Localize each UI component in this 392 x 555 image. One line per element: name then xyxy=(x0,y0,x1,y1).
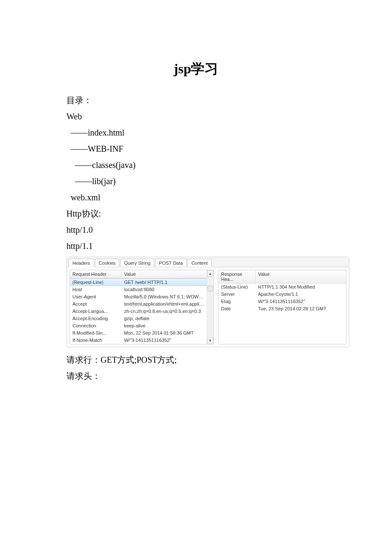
scroll-up-icon[interactable]: ▲ xyxy=(207,270,213,277)
cell-key: If-None-Match xyxy=(70,337,121,344)
table-row[interactable]: Accept text/html,application/xhtml+xml,a… xyxy=(70,301,213,308)
cell-value: text/html,application/xhtml+xml,applicat… xyxy=(121,301,213,307)
column-header[interactable]: Value xyxy=(256,270,346,283)
cell-value: keep-alive xyxy=(121,322,213,329)
table-row[interactable]: (Request-Line) GET /web/ HTTP/1.1 xyxy=(70,278,213,286)
column-header[interactable]: Request Header xyxy=(70,270,121,278)
cell-key: Accept-Encoding xyxy=(70,315,121,322)
table-row[interactable]: (Status-Line) HTTP/1.1 304 Not Modified xyxy=(219,283,346,291)
cell-key: (Request-Line) xyxy=(70,279,121,286)
scrollbar-vertical[interactable]: ▲ ▼ xyxy=(207,270,213,344)
cell-key: Server xyxy=(219,291,256,298)
table-row[interactable]: If-Modified-Sin... Mon, 22 Sep 2014 01:5… xyxy=(70,330,213,337)
outline-heading: 目录： xyxy=(66,92,349,108)
column-header[interactable]: Response Hea... xyxy=(219,270,256,283)
table-row[interactable]: If-None-Match W/"3-1411351116352" xyxy=(70,337,213,344)
cell-value: Mon, 22 Sep 2014 01:58:36 GMT xyxy=(121,330,213,336)
tab-post-data[interactable]: POST Data xyxy=(155,259,187,267)
cell-key: Connection xyxy=(70,322,121,329)
column-header[interactable]: Value xyxy=(121,270,213,278)
tab-query-string[interactable]: Query String xyxy=(120,259,154,267)
table-row[interactable]: User-Agent Mozilla/5.0 (Windows NT 6.1; … xyxy=(70,293,213,301)
cell-value: W/"3-1411351116352" xyxy=(256,298,346,305)
table-row[interactable]: Date Tue, 23 Sep 2014 02:28:12 GMT xyxy=(219,305,346,312)
cell-value: zh-cn,zh;q=0.8,en-us;q=0.5,en;q=0.3 xyxy=(121,308,213,315)
cell-key: Date xyxy=(219,305,256,312)
table-row[interactable]: Etag W/"3-1411351116352" xyxy=(219,298,346,305)
tab-headers[interactable]: Headers xyxy=(69,259,94,267)
cell-key: Accept xyxy=(70,301,121,307)
cell-value: gzip, deflate xyxy=(121,315,213,322)
table-header-row: Request Header Value xyxy=(70,270,213,278)
page-title: jsp学习 xyxy=(0,60,392,78)
table-row[interactable]: Accept-Encoding gzip, deflate xyxy=(70,315,213,322)
request-line-text: 请求行：GET方式;POST方式; xyxy=(66,352,349,368)
outline-item: http/1.0 xyxy=(66,222,349,238)
cell-key: User-Agent xyxy=(70,293,121,300)
cell-key: Host xyxy=(70,286,121,293)
cell-key: Etag xyxy=(219,298,256,305)
table-header-row: Response Hea... Value xyxy=(219,270,346,283)
scroll-down-icon[interactable]: ▼ xyxy=(207,337,213,344)
outline-item: Web xyxy=(66,108,349,124)
outline-item: ——classes(java) xyxy=(66,157,349,173)
http-headers-panel: Headers Cookies Query String POST Data C… xyxy=(66,257,349,347)
outline-item: ——WEB-INF xyxy=(66,141,349,157)
cell-value: HTTP/1.1 304 Not Modified xyxy=(256,283,346,290)
outline-item: ——lib(jar) xyxy=(66,173,349,189)
table-row[interactable]: Connection keep-alive xyxy=(70,322,213,330)
cell-value: Apache-Coyote/1.1 xyxy=(256,291,346,298)
table-row[interactable]: Host localhost:8080 xyxy=(70,286,213,293)
tab-bar: Headers Cookies Query String POST Data C… xyxy=(67,257,349,267)
tab-content[interactable]: Content xyxy=(187,259,212,267)
cell-value: localhost:8080 xyxy=(121,286,213,293)
table-row[interactable]: Accept-Langua... zh-cn,zh;q=0.8,en-us;q=… xyxy=(70,308,213,315)
cell-value: Mozilla/5.0 (Windows NT 6.1; WOW64; rv:3… xyxy=(121,293,213,300)
response-headers-table: Response Hea... Value (Status-Line) HTTP… xyxy=(218,270,346,344)
scroll-thumb[interactable] xyxy=(208,286,213,292)
outline-item: web.xml xyxy=(66,189,349,205)
tab-cookies[interactable]: Cookies xyxy=(95,259,120,267)
document-body-lower: 请求行：GET方式;POST方式; 请求头： xyxy=(66,352,349,384)
cell-value: W/"3-1411351116352" xyxy=(121,337,213,344)
outline-item: Http协议: xyxy=(66,205,349,222)
cell-value: GET /web/ HTTP/1.1 xyxy=(121,279,213,286)
cell-key: If-Modified-Sin... xyxy=(70,330,121,336)
cell-value: Tue, 23 Sep 2014 02:28:12 GMT xyxy=(256,305,346,312)
document-body: 目录： Web ——index.html ——WEB-INF ——classes… xyxy=(66,92,349,254)
request-headers-table: Request Header Value (Request-Line) GET … xyxy=(69,270,214,344)
outline-item: http/1.1 xyxy=(66,238,349,254)
request-header-text: 请求头： xyxy=(66,368,349,384)
outline-item: ——index.html xyxy=(66,124,349,141)
cell-key: Accept-Langua... xyxy=(70,308,121,315)
table-row[interactable]: Server Apache-Coyote/1.1 xyxy=(219,291,346,298)
cell-key: (Status-Line) xyxy=(219,283,256,290)
